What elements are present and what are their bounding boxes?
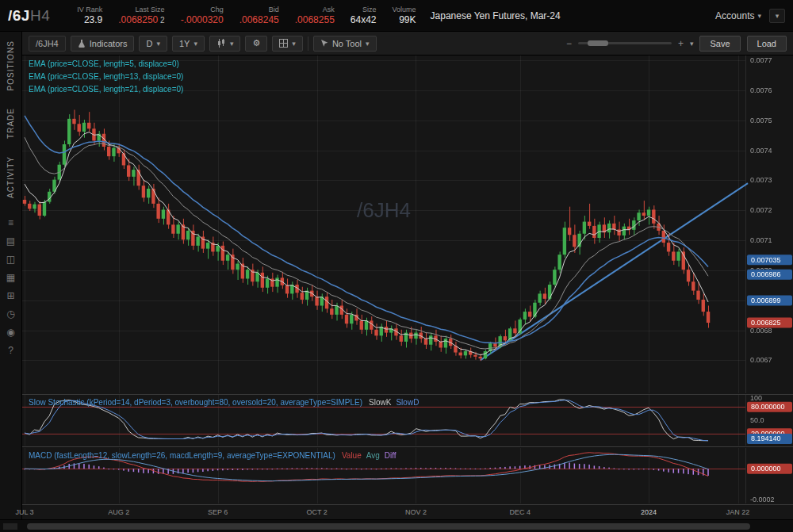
zoom-slider[interactable] bbox=[578, 42, 672, 44]
bottom-scrollbar-track bbox=[0, 519, 793, 532]
horizontal-scrollbar[interactable] bbox=[27, 523, 750, 530]
zoom-slider-handle[interactable] bbox=[588, 40, 608, 46]
aggregation-dropdown[interactable]: D ▾ bbox=[139, 36, 167, 52]
chevron-down-icon: ▾ bbox=[757, 12, 761, 20]
save-button[interactable]: Save bbox=[699, 36, 740, 52]
time-axis-label: 2024 bbox=[641, 508, 657, 516]
time-axis-label: AUG 2 bbox=[108, 508, 129, 516]
header-field-chg: Chg-.0000320 bbox=[181, 6, 224, 25]
chevron-down-icon: ▾ bbox=[193, 40, 197, 48]
gear-icon: ⚙ bbox=[252, 38, 260, 48]
accounts-label: Accounts bbox=[715, 10, 754, 21]
header-field-last-size: Last Size.0068250 2 bbox=[118, 6, 164, 26]
scrollbar-corner bbox=[3, 523, 17, 530]
time-axis-label: OCT 2 bbox=[306, 508, 327, 516]
zoom-in-button[interactable]: + bbox=[678, 38, 684, 49]
aggregation-value: D bbox=[146, 39, 152, 48]
symbol-suffix: H4 bbox=[30, 7, 50, 24]
symbol-chip[interactable]: /6JH4 bbox=[29, 36, 66, 52]
time-axis: JUL 3AUG 2SEP 6OCT 2NOV 2DEC 42024JAN 22 bbox=[22, 505, 793, 519]
chart-settings-button[interactable]: ⚙ bbox=[245, 36, 267, 52]
chevron-down-icon: ▾ bbox=[292, 40, 296, 48]
quote-header: /6JH4 IV Rank23.9Last Size.0068250 2Chg-… bbox=[0, 0, 793, 32]
header-field-volume: Volume99K bbox=[393, 6, 416, 25]
symbol-root: /6J bbox=[8, 7, 30, 24]
chart-icon[interactable]: ▦ bbox=[6, 273, 15, 282]
toolbar-separator bbox=[308, 36, 308, 51]
toolbar-right: − + ▾ Save Load bbox=[566, 36, 787, 52]
chart-toolbar: /6JH4 Indicators D ▾ 1Y ▾ ▾ ⚙ bbox=[22, 32, 793, 55]
contract-description: Japanese Yen Futures, Mar-24 bbox=[431, 10, 561, 21]
chart-type-dropdown[interactable]: ▾ bbox=[209, 36, 241, 52]
time-axis-label: NOV 2 bbox=[405, 508, 427, 516]
chevron-down-icon[interactable]: ▾ bbox=[690, 40, 694, 48]
sidebar-tab-positions[interactable]: POSITIONS bbox=[6, 40, 15, 90]
accounts-menu[interactable]: Accounts ▾ bbox=[715, 10, 761, 21]
load-button[interactable]: Load bbox=[747, 36, 787, 52]
stochastic-pane-canvas[interactable] bbox=[22, 395, 793, 446]
price-chart-canvas[interactable] bbox=[22, 55, 793, 393]
header-right: Accounts ▾ ▾ bbox=[715, 9, 785, 23]
sidebar-tab-activity[interactable]: ACTIVITY bbox=[6, 156, 15, 198]
chevron-down-icon: ▾ bbox=[156, 40, 160, 48]
sidebar-tab-trade[interactable]: TRADE bbox=[6, 108, 15, 139]
orders-icon[interactable]: ◫ bbox=[6, 255, 15, 264]
community-icon[interactable]: ◉ bbox=[6, 327, 14, 337]
time-axis-label: JAN 22 bbox=[726, 508, 750, 516]
indicators-button[interactable]: Indicators bbox=[71, 36, 135, 52]
watchlist-icon[interactable]: ▤ bbox=[6, 236, 15, 246]
time-axis-label: JUL 3 bbox=[15, 508, 33, 516]
tool-value: No Tool bbox=[332, 39, 362, 48]
time-axis-label: SEP 6 bbox=[208, 508, 228, 516]
history-icon[interactable]: ◷ bbox=[6, 309, 14, 319]
layout-dropdown[interactable]: ▾ bbox=[272, 36, 303, 52]
menu-icon[interactable]: ≡ bbox=[8, 218, 13, 228]
chevron-down-icon: ▾ bbox=[366, 40, 370, 48]
header-field-ask: Ask.0068255 bbox=[295, 6, 335, 25]
apps-icon[interactable]: ⊞ bbox=[6, 291, 14, 300]
chevron-down-icon: ▾ bbox=[230, 40, 234, 48]
candlestick-chart-icon bbox=[216, 39, 226, 48]
header-field-bid: Bid.0068245 bbox=[239, 6, 279, 25]
time-axis-label: DEC 4 bbox=[509, 508, 531, 516]
macd-pane-canvas[interactable] bbox=[22, 448, 793, 503]
quote-fields: IV Rank23.9Last Size.0068250 2Chg-.00003… bbox=[61, 6, 416, 26]
sidebar-icons: ≡▤◫▦⊞◷◉? bbox=[6, 218, 15, 355]
range-dropdown[interactable]: 1Y ▾ bbox=[172, 36, 205, 52]
header-field-size: Size64x42 bbox=[351, 6, 377, 25]
indicators-label: Indicators bbox=[90, 39, 128, 48]
range-value: 1Y bbox=[179, 39, 190, 48]
pane-divider[interactable] bbox=[22, 446, 793, 447]
zoom-out-button[interactable]: − bbox=[566, 38, 572, 49]
symbol-title: /6JH4 bbox=[8, 7, 50, 25]
thinkorswim-app: /6JH4 IV Rank23.9Last Size.0068250 2Chg-… bbox=[0, 0, 793, 532]
help-icon[interactable]: ? bbox=[8, 346, 13, 355]
cursor-icon bbox=[320, 39, 328, 48]
chart-area: EMA (price=CLOSE, length=5, displace=0) … bbox=[22, 55, 793, 519]
drawing-tool-dropdown[interactable]: No Tool ▾ bbox=[313, 36, 377, 52]
flask-icon bbox=[78, 39, 86, 48]
grid-layout-icon bbox=[279, 39, 288, 48]
header-field-iv-rank: IV Rank23.9 bbox=[77, 6, 102, 25]
chevron-down-icon: ▾ bbox=[776, 12, 780, 20]
collapse-header-button[interactable]: ▾ bbox=[769, 9, 785, 23]
left-sidebar: POSITIONSTRADEACTIVITY≡▤◫▦⊞◷◉? bbox=[0, 32, 22, 519]
